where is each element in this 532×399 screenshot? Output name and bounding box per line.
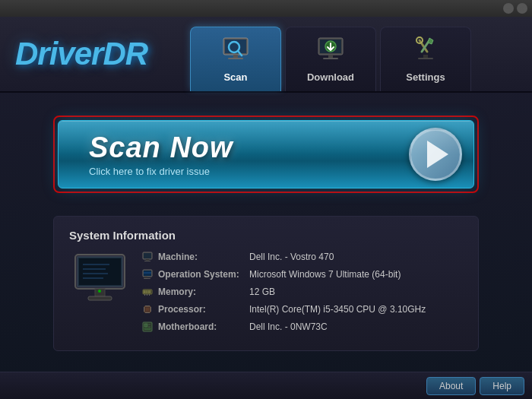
motherboard-label: Motherboard: [158, 321, 249, 332]
svg-rect-33 [144, 271, 151, 276]
svg-rect-11 [323, 58, 338, 59]
info-row-motherboard: Motherboard: Dell Inc. - 0NW73C [141, 321, 463, 333]
computer-icon [69, 251, 130, 312]
svg-rect-38 [144, 290, 145, 293]
close-button[interactable]: ✕ [517, 3, 527, 14]
info-row-machine: Machine: Dell Inc. - Vostro 470 [141, 251, 463, 263]
scan-button-wrapper: Scan Now Click here to fix driver issue [53, 116, 479, 193]
svg-rect-44 [149, 294, 150, 296]
svg-rect-41 [150, 290, 151, 293]
system-info-title: System Information [69, 229, 463, 242]
settings-tab-label: Settings [406, 71, 445, 83]
svg-rect-39 [146, 290, 147, 293]
svg-rect-29 [144, 253, 151, 258]
minimize-button[interactable]: − [503, 3, 514, 14]
about-button[interactable]: About [426, 377, 476, 395]
svg-rect-17 [418, 58, 433, 59]
memory-value: 12 GB [249, 287, 275, 297]
svg-rect-30 [146, 259, 149, 261]
machine-label: Machine: [158, 252, 249, 262]
scan-title: Scan Now [89, 131, 233, 164]
scan-arrow-icon [409, 128, 462, 181]
memory-label: Memory: [158, 287, 249, 297]
header: DriverDR Sc [0, 17, 532, 93]
svg-rect-46 [146, 308, 150, 312]
os-icon [141, 268, 154, 280]
processor-icon [141, 303, 154, 315]
scan-tab-label: Scan [223, 71, 247, 83]
memory-icon [141, 286, 154, 298]
info-row-memory: Memory: 12 GB [141, 286, 463, 298]
svg-rect-42 [144, 294, 145, 296]
svg-rect-63 [144, 328, 150, 330]
scan-subtitle: Click here to fix driver issue [89, 166, 233, 177]
svg-marker-15 [428, 38, 433, 44]
svg-rect-35 [144, 277, 147, 278]
info-row-os: Operation System: Microsoft Windows 7 Ul… [141, 268, 463, 280]
motherboard-value: Dell Inc. - 0NW73C [249, 321, 328, 332]
svg-rect-20 [79, 258, 121, 285]
tab-settings[interactable]: Settings [380, 27, 471, 91]
title-bar: − ✕ [0, 0, 532, 17]
scan-now-button[interactable]: Scan Now Click here to fix driver issue [58, 120, 474, 188]
settings-tab-icon [410, 36, 441, 68]
svg-rect-40 [147, 290, 149, 293]
os-label: Operation System: [158, 269, 249, 280]
help-button[interactable]: Help [480, 377, 524, 395]
download-tab-label: Download [307, 71, 354, 83]
nav-tabs: Scan Download [182, 17, 532, 91]
machine-value: Dell Inc. - Vostro 470 [249, 252, 334, 262]
svg-rect-4 [233, 55, 238, 58]
svg-rect-10 [328, 55, 333, 58]
svg-rect-36 [144, 278, 150, 279]
os-value: Microsoft Windows 7 Ultimate (64-bit) [249, 269, 401, 280]
info-row-processor: Processor: Intel(R) Core(TM) i5-3450 CPU… [141, 303, 463, 315]
svg-rect-43 [147, 294, 147, 296]
processor-value: Intel(R) Core(TM) i5-3450 CPU @ 3.10GHz [249, 304, 426, 315]
system-info-body: Machine: Dell Inc. - Vostro 470 [69, 251, 463, 338]
svg-rect-31 [144, 261, 150, 261]
tab-scan[interactable]: Scan [190, 27, 281, 91]
svg-rect-62 [148, 326, 150, 328]
processor-label: Processor: [158, 304, 249, 315]
info-rows: Machine: Dell Inc. - Vostro 470 [141, 251, 463, 338]
download-tab-icon [315, 36, 346, 68]
app-window: DriverDR Sc [0, 17, 532, 399]
machine-icon [141, 251, 154, 263]
motherboard-icon [141, 321, 154, 333]
logo-text: DriverDR [15, 36, 147, 72]
svg-rect-60 [144, 324, 147, 327]
svg-rect-5 [228, 58, 243, 59]
svg-rect-26 [88, 296, 112, 300]
tab-download[interactable]: Download [285, 27, 376, 91]
scan-tab-icon [220, 36, 251, 68]
svg-rect-61 [148, 324, 150, 325]
scan-text-area: Scan Now Click here to fix driver issue [89, 131, 233, 177]
svg-rect-16 [423, 55, 428, 58]
content-area: Scan Now Click here to fix driver issue … [0, 93, 532, 374]
system-info-panel: System Information [53, 216, 479, 351]
svg-point-27 [98, 290, 101, 293]
logo-area: DriverDR [0, 17, 182, 91]
bottom-bar: About Help [0, 372, 532, 399]
